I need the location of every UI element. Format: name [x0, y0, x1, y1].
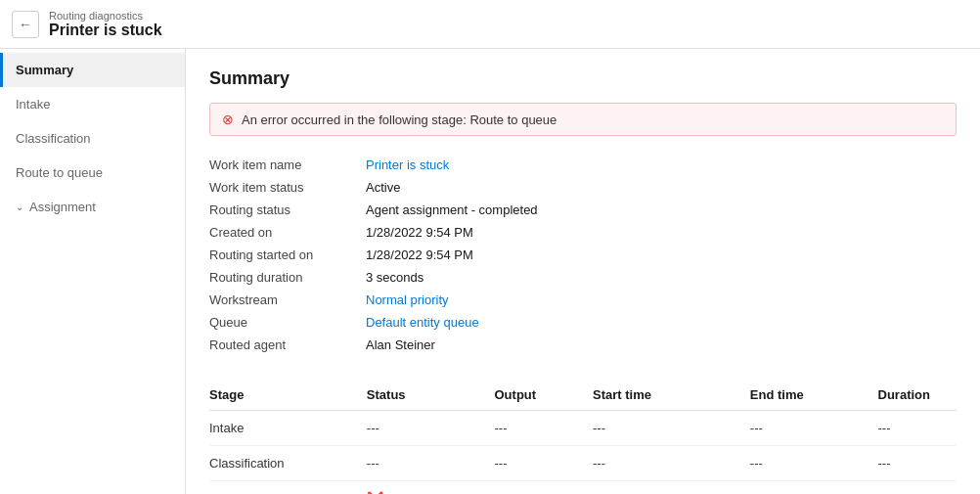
col-header-end: End time	[750, 380, 878, 411]
col-header-duration: Duration	[878, 380, 957, 411]
sidebar-label-route-to-queue: Route to queue	[16, 165, 103, 180]
sidebar-label-summary: Summary	[16, 63, 73, 77]
sidebar-item-intake[interactable]: Intake	[0, 87, 185, 121]
sidebar-item-classification[interactable]: Classification	[0, 121, 185, 156]
stage-table: Stage Status Output Start time End time …	[209, 380, 957, 494]
cell-end-0: ---	[750, 411, 878, 446]
cell-output-2: ---	[495, 481, 594, 495]
cell-output-0: ---	[495, 411, 594, 446]
detail-value-routing-duration: 3 seconds	[366, 270, 423, 285]
header-text: Routing diagnostics Printer is stuck	[49, 10, 162, 39]
table-row: Intake---------------	[209, 411, 957, 446]
detail-value-work-item-name[interactable]: Printer is stuck	[366, 157, 449, 172]
table-row: Route to queue❌Error---1/28/2022 9:54 PM…	[209, 481, 957, 495]
detail-label-7: Queue	[209, 315, 366, 330]
detail-row-routing-status: Routing status Agent assignment - comple…	[209, 199, 957, 221]
detail-table: Work item name Printer is stuck Work ite…	[209, 154, 957, 356]
detail-value-routing-status: Agent assignment - completed	[366, 202, 538, 217]
back-button[interactable]: ←	[12, 11, 39, 38]
table-row: Classification---------------	[209, 446, 957, 481]
detail-value-workstream[interactable]: Normal priority	[366, 292, 449, 307]
detail-value-routed-agent: Alan Steiner	[366, 337, 435, 352]
detail-row-created-on: Created on 1/28/2022 9:54 PM	[209, 221, 957, 244]
breadcrumb: Routing diagnostics	[49, 10, 162, 22]
detail-row-queue: Queue Default entity queue	[209, 311, 957, 334]
sidebar-item-route-to-queue[interactable]: Route to queue	[0, 156, 185, 190]
page-title: Printer is stuck	[49, 22, 162, 39]
col-header-status: Status	[367, 380, 495, 411]
detail-label-2: Routing status	[209, 202, 366, 217]
sidebar: Summary Intake Classification Route to q…	[0, 49, 186, 494]
main-layout: Summary Intake Classification Route to q…	[0, 49, 980, 494]
detail-row-work-item-name: Work item name Printer is stuck	[209, 154, 957, 176]
detail-label-5: Routing duration	[209, 270, 366, 285]
cell-stage-1: Classification	[209, 446, 367, 481]
detail-row-routed-agent: Routed agent Alan Steiner	[209, 334, 957, 356]
content-area: Summary ⊗ An error occurred in the follo…	[186, 49, 980, 494]
cell-end-1: ---	[750, 446, 878, 481]
cell-status-0: ---	[367, 411, 495, 446]
sidebar-label-intake: Intake	[16, 97, 50, 112]
cell-status-2: ❌Error	[367, 481, 495, 495]
col-header-stage: Stage	[209, 380, 367, 411]
cell-start-1: ---	[593, 446, 750, 481]
cell-end-2: 1/28/2022 9:5...	[750, 481, 878, 495]
error-banner-text: An error occurred in the following stage…	[242, 112, 557, 127]
error-banner: ⊗ An error occurred in the following sta…	[209, 103, 957, 136]
cell-stage-2[interactable]: Route to queue	[209, 481, 367, 495]
detail-label-4: Routing started on	[209, 247, 366, 262]
detail-value-work-item-status: Active	[366, 180, 400, 195]
cell-status-1: ---	[367, 446, 495, 481]
detail-row-routing-duration: Routing duration 3 seconds	[209, 266, 957, 289]
detail-value-queue[interactable]: Default entity queue	[366, 315, 479, 330]
detail-label-3: Created on	[209, 225, 366, 240]
cell-duration-1: ---	[878, 446, 957, 481]
detail-label-1: Work item status	[209, 180, 366, 195]
detail-label-8: Routed agent	[209, 337, 366, 352]
sidebar-item-summary[interactable]: Summary	[0, 53, 185, 87]
cell-output-1: ---	[495, 446, 594, 481]
detail-row-routing-started-on: Routing started on 1/28/2022 9:54 PM	[209, 244, 957, 266]
cell-stage-0: Intake	[209, 411, 367, 446]
error-icon: ⊗	[222, 112, 234, 127]
detail-row-work-item-status: Work item status Active	[209, 176, 957, 199]
cell-duration-0: ---	[878, 411, 957, 446]
cell-start-2: 1/28/2022 9:54 PM	[593, 481, 750, 495]
detail-label-0: Work item name	[209, 157, 366, 172]
cell-start-0: ---	[593, 411, 750, 446]
sidebar-label-classification: Classification	[16, 131, 91, 146]
sidebar-item-assignment[interactable]: ⌄ Assignment	[0, 190, 185, 224]
detail-value-created-on: 1/28/2022 9:54 PM	[366, 225, 473, 240]
detail-value-routing-started-on: 1/28/2022 9:54 PM	[366, 247, 473, 262]
col-header-output: Output	[495, 380, 594, 411]
cell-duration-2: 0 seconds	[878, 481, 957, 495]
chevron-icon: ⌄	[16, 202, 23, 212]
sidebar-label-assignment: Assignment	[29, 200, 96, 214]
col-header-start: Start time	[593, 380, 750, 411]
content-title: Summary	[209, 68, 957, 89]
header: ← Routing diagnostics Printer is stuck	[0, 0, 980, 49]
detail-row-workstream: Workstream Normal priority	[209, 289, 957, 311]
detail-label-6: Workstream	[209, 292, 366, 307]
